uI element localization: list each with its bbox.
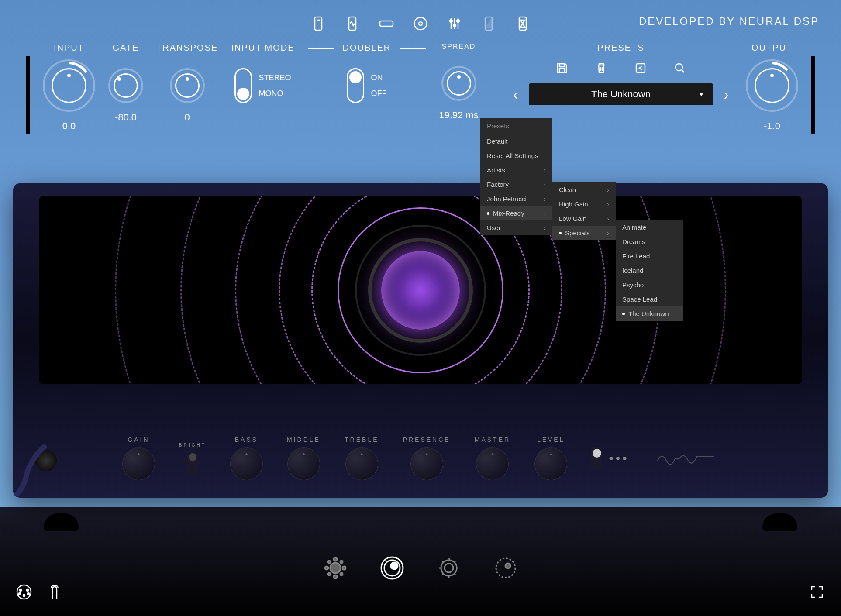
- svg-rect-3: [380, 21, 393, 26]
- transpose-value: 0: [185, 112, 190, 123]
- transpose-knob[interactable]: [170, 68, 205, 103]
- amp-bright-switch[interactable]: [187, 452, 198, 474]
- amp-gain-knob[interactable]: [122, 447, 155, 480]
- preset-leaf-unknown[interactable]: The Unknown: [616, 306, 683, 321]
- svg-rect-15: [559, 69, 565, 72]
- delete-preset-icon[interactable]: [593, 59, 610, 77]
- preset-leaf-dreams[interactable]: Dreams: [616, 234, 683, 249]
- divider: [308, 48, 334, 49]
- doubler-label: DOUBLER: [343, 43, 391, 53]
- channel-3-icon[interactable]: [431, 551, 466, 585]
- channel-4-icon[interactable]: [488, 551, 523, 585]
- svg-point-17: [676, 64, 682, 71]
- preset-leaf-spacelead[interactable]: Space Lead: [616, 292, 683, 306]
- amp-master-knob[interactable]: [476, 447, 509, 480]
- spread-knob[interactable]: [441, 66, 476, 101]
- doubler-toggle[interactable]: [347, 68, 364, 103]
- search-preset-icon[interactable]: [671, 59, 689, 77]
- svg-rect-16: [636, 64, 645, 72]
- inputmode-toggle[interactable]: [234, 68, 252, 103]
- effects-tab-icon[interactable]: [478, 13, 499, 34]
- channel-1-icon[interactable]: [318, 551, 353, 585]
- stompbox-tab-icon[interactable]: [308, 13, 329, 34]
- preset-item-user[interactable]: User›: [480, 220, 552, 235]
- doubler-on: ON: [371, 73, 386, 83]
- resize-icon[interactable]: [806, 581, 828, 603]
- cab-tab-icon[interactable]: [376, 13, 397, 34]
- output-meter: [811, 56, 815, 134]
- preset-item-mixready[interactable]: Mix-Ready›: [480, 206, 552, 220]
- preset-item-artists[interactable]: Artists›: [480, 163, 552, 177]
- preset-item-default[interactable]: Default: [480, 134, 552, 148]
- svg-point-26: [328, 573, 331, 575]
- input-meter: [26, 56, 30, 134]
- cable: [13, 432, 122, 498]
- amp-bright-label: BRIGHT: [179, 443, 206, 447]
- svg-point-22: [325, 566, 328, 570]
- amp-presence-knob[interactable]: [410, 447, 443, 480]
- eq-tab-icon[interactable]: [444, 13, 465, 34]
- amp-middle-knob[interactable]: [287, 447, 320, 480]
- preset-leaf-firelead[interactable]: Fire Lead: [616, 249, 683, 263]
- gate-value: -80.0: [115, 112, 137, 123]
- svg-point-39: [28, 593, 29, 595]
- output-knob[interactable]: [746, 59, 798, 112]
- amp-foot: [762, 513, 797, 531]
- input-value: 0.0: [62, 120, 76, 132]
- preset-prev-button[interactable]: ‹: [509, 86, 522, 103]
- amp-bass-label: BASS: [235, 436, 258, 443]
- preset-sub-clean[interactable]: Clean›: [552, 182, 616, 197]
- amp-level-label: LEVEL: [537, 436, 565, 443]
- input-knob[interactable]: [43, 59, 95, 112]
- midi-icon[interactable]: [13, 581, 35, 603]
- preset-submenu-1: Clean› High Gain› Low Gain› Specials›: [552, 182, 616, 240]
- output-label: OUTPUT: [751, 43, 793, 53]
- svg-point-4: [414, 17, 427, 30]
- tuner-icon[interactable]: [44, 581, 65, 603]
- preset-item-petrucci[interactable]: John Petrucci›: [480, 192, 552, 206]
- delay-tab-icon[interactable]: [512, 13, 533, 34]
- preset-sub-lowgain[interactable]: Low Gain›: [552, 211, 616, 226]
- amp-display: [39, 196, 802, 384]
- preset-next-button[interactable]: ›: [720, 86, 733, 103]
- amp-foot: [44, 513, 79, 531]
- preset-submenu-2: Animate Dreams Fire Lead Iceland Psycho …: [616, 220, 683, 321]
- preset-leaf-iceland[interactable]: Iceland: [616, 263, 683, 278]
- preset-dropdown-header: Presets: [480, 118, 552, 134]
- preset-item-factory[interactable]: Factory›: [480, 177, 552, 192]
- preset-leaf-animate[interactable]: Animate: [616, 220, 683, 234]
- preset-item-reset[interactable]: Reset All Settings: [480, 148, 552, 163]
- amp-master-label: MASTER: [475, 436, 510, 443]
- divider: [400, 48, 426, 49]
- amp-level-knob[interactable]: [534, 447, 567, 480]
- svg-point-40: [23, 595, 25, 596]
- disc-tab-icon[interactable]: [410, 13, 431, 34]
- amp-core-icon: [381, 251, 460, 330]
- svg-rect-14: [559, 64, 565, 67]
- preset-selector[interactable]: The Unknown: [529, 83, 713, 105]
- save-preset-icon[interactable]: [553, 59, 571, 77]
- svg-point-27: [340, 573, 343, 575]
- preset-sub-highgain[interactable]: High Gain›: [552, 197, 616, 211]
- amp-standby-switch[interactable]: [591, 447, 602, 469]
- amp-gain-label: GAIN: [128, 436, 149, 443]
- amp-dots-icon: •••: [609, 451, 629, 466]
- undo-preset-icon[interactable]: [632, 59, 649, 77]
- svg-point-24: [328, 561, 331, 563]
- gate-knob[interactable]: [108, 68, 143, 103]
- preset-sub-specials[interactable]: Specials›: [552, 226, 616, 240]
- amp-tab-icon[interactable]: [342, 13, 363, 34]
- gate-label: GATE: [113, 43, 139, 53]
- developer-label: DEVELOPED BY NEURAL DSP: [639, 15, 819, 28]
- svg-point-20: [334, 557, 337, 561]
- input-label: INPUT: [54, 43, 84, 53]
- channel-2-icon[interactable]: [375, 551, 410, 585]
- presets-label: PRESETS: [597, 43, 644, 53]
- svg-point-32: [445, 564, 453, 572]
- preset-leaf-psycho[interactable]: Psycho: [616, 278, 683, 292]
- inputmode-mono: MONO: [259, 89, 291, 98]
- preset-dropdown: Presets Default Reset All Settings Artis…: [480, 118, 552, 235]
- amp-bass-knob[interactable]: [230, 447, 263, 480]
- spread-label: SPREAD: [442, 43, 476, 51]
- amp-treble-knob[interactable]: [345, 447, 378, 480]
